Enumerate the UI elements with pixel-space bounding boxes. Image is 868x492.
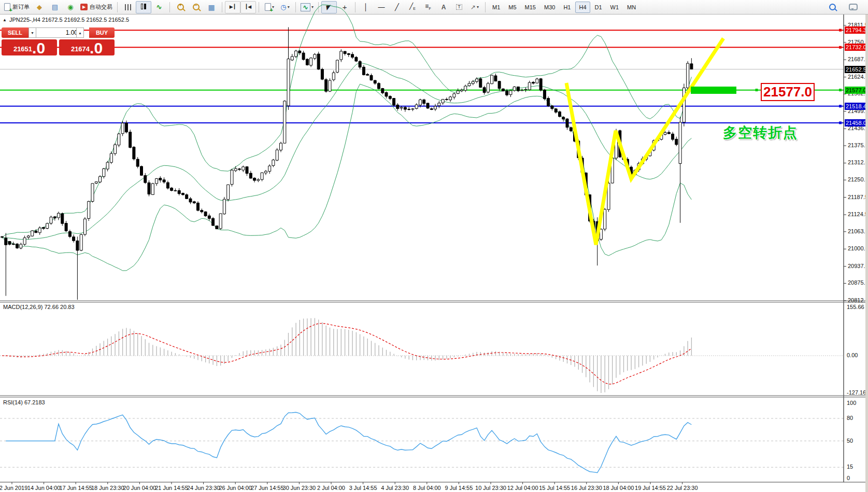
time-axis-label: 4 Jul 23:30	[381, 485, 409, 491]
mt4-window: +新订单◆▤◉▶自动交易∿+−▦▶┃┃◀+▾◷▾∿▾◤+│—╱╱E≡FAT↗▾M…	[0, 0, 868, 492]
macd-scale-label: -127.16	[847, 389, 866, 396]
time-axis-label: 26 Jun 04:00	[219, 485, 252, 491]
rsi-scale-label: 100	[847, 400, 856, 406]
macd-scale-label: 0.00	[847, 352, 858, 358]
macd-scale-label: 155.66	[847, 304, 864, 310]
time-axis-label: 18 Jul 04:00	[603, 485, 634, 491]
price-line-tag: 21794.3	[845, 26, 868, 34]
rsi-indicator-label: RSI(14) 67.2183	[3, 399, 45, 405]
price-line-tag: 21732.0	[845, 44, 868, 51]
price-line-tag: 21577.0	[845, 87, 868, 94]
time-axis-label: 10 Jul 23:30	[475, 485, 506, 491]
bollinger-lower-band	[2, 84, 691, 271]
window-right-strip	[865, 15, 868, 492]
macd-indicator-label: MACD(12,26,9) 72.66 20.83	[3, 304, 75, 310]
bollinger-middle-band	[2, 63, 691, 240]
time-axis-label: 30 Jun 23:30	[283, 485, 316, 491]
buy-button[interactable]: BUY	[89, 27, 115, 38]
hline-handle[interactable]	[839, 46, 842, 49]
time-axis-label: 24 Jun 23:30	[187, 485, 220, 491]
candle-wicks	[2, 27, 691, 300]
time-axis-label: 18 Jun 23:30	[91, 485, 124, 491]
macd-signal-line	[2, 324, 691, 384]
volume-decrease-button[interactable]: ▼	[29, 27, 36, 38]
hline-handle[interactable]	[839, 29, 842, 32]
one-click-trading-panel: SELL ▼ ▲ BUY 21651.0 21674.0	[2, 27, 115, 55]
chart-title: ▲ JPN225-,H4 21672.5 21692.5 21652.5 216…	[3, 17, 129, 23]
time-axis-label: 14 Jun 04:00	[27, 485, 61, 491]
time-axis-label: 22 Jul 23:30	[667, 485, 698, 491]
time-axis-label: 12 Jul 04:00	[507, 485, 538, 491]
volume-increase-button[interactable]: ▲	[76, 27, 84, 38]
time-axis-label: 8 Jul 04:00	[413, 485, 441, 491]
time-axis-label: 9 Jul 14:55	[445, 485, 473, 491]
hline-handle[interactable]	[839, 105, 842, 107]
buy-price-pips: .0	[90, 41, 103, 55]
price-line-tag: 21518.4	[845, 103, 868, 110]
collapse-panel-icon[interactable]: ▲	[3, 18, 7, 22]
buy-price[interactable]: 21674.0	[59, 39, 115, 55]
time-axis-label: 21 Jun 14:55	[155, 485, 188, 491]
time-axis-label: 16 Jul 23:30	[571, 485, 602, 491]
highlight-zone-rect[interactable]	[691, 87, 736, 94]
time-axis-label: 15 Jul 14:55	[539, 485, 570, 491]
time-axis-label: 20 Jun 04:00	[123, 485, 156, 491]
rsi-scale-label: 80	[847, 415, 853, 421]
hline-handle[interactable]	[839, 89, 842, 91]
turning-point-annotation[interactable]: 多空转折点	[723, 123, 798, 142]
chart-title-text: JPN225-,H4 21672.5 21692.5 21652.5 21652…	[9, 17, 129, 23]
time-axis-label: 27 Jun 14:55	[251, 485, 284, 491]
rsi-scale-label: 0	[847, 475, 850, 481]
rsi-scale-label: 15	[847, 463, 853, 470]
chart-canvas[interactable]	[0, 0, 868, 492]
time-axis-label: 3 Jul 14:55	[349, 485, 377, 491]
time-axis-label: 12 Jun 2019	[0, 485, 27, 491]
rsi-scale-label: 50	[847, 438, 853, 444]
volume-input[interactable]	[36, 27, 80, 38]
hline-handle[interactable]	[756, 89, 758, 91]
bear-candles	[1, 51, 693, 250]
time-axis-label: 2 Jul 04:00	[317, 485, 345, 491]
time-axis-label: 17 Jun 14:55	[59, 485, 92, 491]
sell-price-main: 21651	[13, 44, 32, 55]
sell-price[interactable]: 21651.0	[2, 39, 57, 55]
sell-button[interactable]: SELL	[2, 27, 29, 38]
hline-handle[interactable]	[839, 121, 842, 124]
price-annotation-box[interactable]: 21577.0	[761, 83, 815, 101]
time-axis-label: 19 Jul 14:55	[635, 485, 666, 491]
rsi-line	[6, 412, 691, 472]
sell-price-pips: .0	[32, 41, 45, 55]
buy-price-main: 21674	[71, 44, 90, 55]
price-line-tag: 21458.0	[845, 119, 868, 126]
current-price-tag: 21652.5	[845, 66, 868, 73]
